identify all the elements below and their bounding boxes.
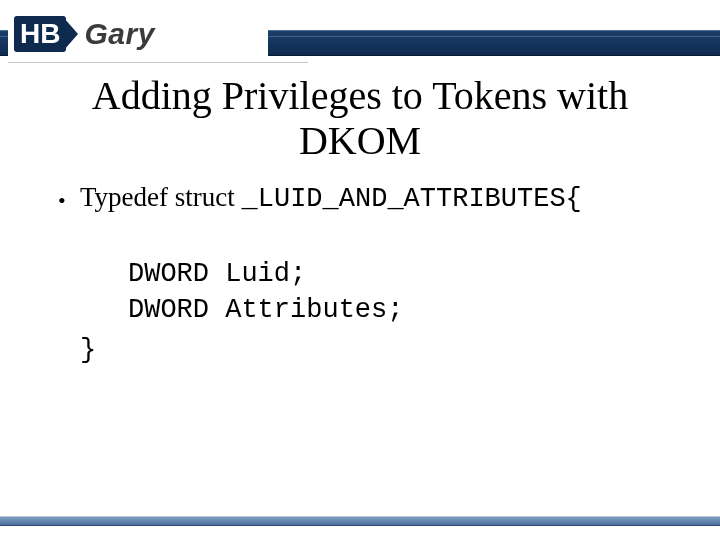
logo-gary: Gary xyxy=(84,17,154,51)
logo: HB Gary xyxy=(8,6,268,62)
bullet-mono: _LUID_AND_ATTRIBUTES{ xyxy=(242,184,582,214)
code-line-2: DWORD Attributes; xyxy=(128,295,403,325)
code-close-brace: } xyxy=(80,335,680,365)
slide-title: Adding Privileges to Tokens with DKOM xyxy=(50,74,670,164)
logo-chevron-icon xyxy=(64,18,78,50)
code-block: DWORD Luid; DWORD Attributes; xyxy=(128,256,680,329)
logo-hb: HB xyxy=(14,16,66,52)
footer-bar xyxy=(0,516,720,526)
slide-body: • Typedef struct _LUID_AND_ATTRIBUTES{ D… xyxy=(58,182,680,365)
bullet-text: Typedef struct _LUID_AND_ATTRIBUTES{ xyxy=(80,182,582,214)
logo-divider xyxy=(8,62,308,63)
bullet-item: • Typedef struct _LUID_AND_ATTRIBUTES{ xyxy=(58,182,680,214)
bullet-prefix: Typedef struct xyxy=(80,182,242,212)
bullet-dot-icon: • xyxy=(58,190,80,212)
code-line-1: DWORD Luid; xyxy=(128,259,306,289)
